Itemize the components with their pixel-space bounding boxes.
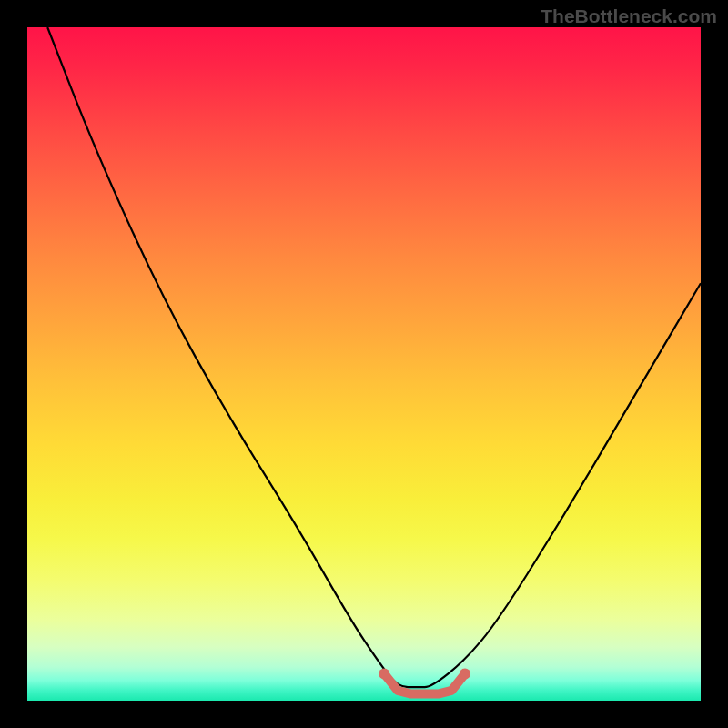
plot-area <box>27 27 701 701</box>
bottleneck-curve-line <box>47 27 701 687</box>
watermark-text: TheBottleneck.com <box>541 5 717 27</box>
highlight-zone-line <box>384 673 465 693</box>
highlight-dot <box>379 668 389 679</box>
chart-svg <box>27 27 701 701</box>
highlight-dot <box>460 668 470 679</box>
